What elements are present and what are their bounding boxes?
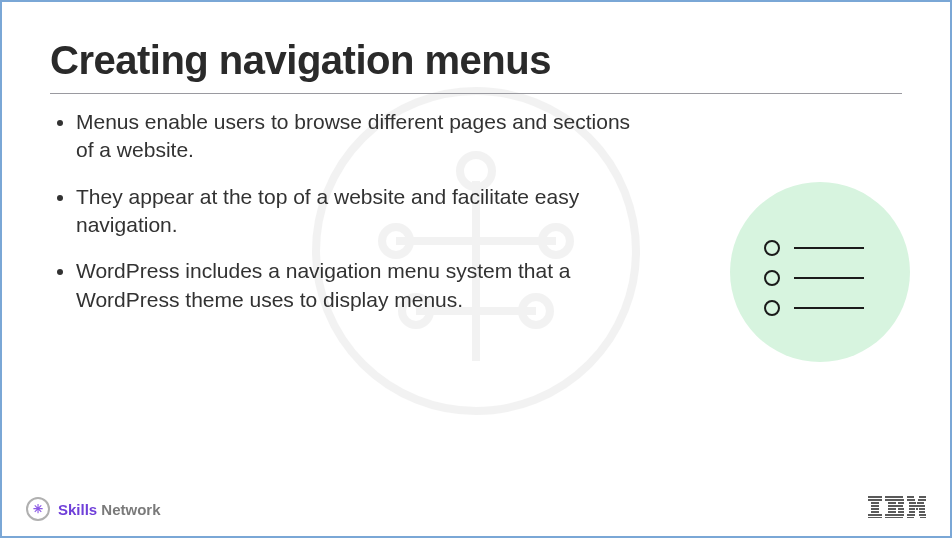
slide-title: Creating navigation menus (50, 38, 902, 87)
svg-rect-11 (871, 502, 879, 504)
svg-rect-18 (885, 499, 904, 501)
svg-rect-26 (885, 514, 904, 516)
bullet-list: Menus enable users to browse different p… (50, 108, 636, 314)
svg-rect-25 (898, 511, 904, 513)
svg-rect-10 (868, 499, 882, 501)
svg-rect-17 (885, 496, 903, 498)
skills-text: Skills Network (58, 501, 161, 518)
svg-rect-22 (888, 508, 896, 510)
skills-badge-icon: ✳ (26, 497, 50, 521)
skills-network-logo: ✳ Skills Network (26, 497, 161, 521)
svg-rect-34 (909, 505, 925, 507)
bullet-item: They appear at the top of a website and … (76, 183, 636, 240)
svg-rect-29 (919, 496, 926, 498)
svg-rect-9 (868, 496, 882, 498)
svg-rect-42 (907, 517, 914, 518)
svg-rect-19 (888, 502, 896, 504)
title-rule (50, 93, 902, 94)
svg-rect-33 (917, 502, 924, 504)
ibm-logo (868, 496, 926, 522)
svg-rect-43 (920, 517, 926, 518)
bullet-item: WordPress includes a navigation menu sys… (76, 257, 636, 314)
svg-rect-24 (888, 511, 896, 513)
footer: ✳ Skills Network (26, 496, 926, 522)
svg-rect-27 (885, 517, 903, 518)
svg-rect-20 (898, 502, 904, 504)
menu-list-icon (730, 182, 910, 362)
svg-rect-14 (871, 511, 879, 513)
svg-rect-38 (909, 511, 915, 513)
svg-rect-31 (918, 499, 926, 501)
svg-rect-39 (919, 511, 925, 513)
svg-rect-30 (907, 499, 915, 501)
svg-rect-32 (909, 502, 916, 504)
svg-rect-15 (868, 514, 882, 516)
svg-rect-41 (919, 514, 926, 516)
svg-rect-23 (898, 508, 904, 510)
svg-rect-37 (919, 508, 925, 510)
svg-rect-16 (868, 517, 882, 518)
svg-rect-36 (916, 508, 918, 510)
svg-rect-12 (871, 505, 879, 507)
svg-rect-28 (907, 496, 914, 498)
svg-rect-35 (909, 508, 915, 510)
slide: Creating navigation menus Menus enable u… (0, 0, 952, 538)
svg-rect-40 (907, 514, 915, 516)
svg-rect-21 (888, 505, 903, 507)
bullet-item: Menus enable users to browse different p… (76, 108, 636, 165)
svg-rect-13 (871, 508, 879, 510)
